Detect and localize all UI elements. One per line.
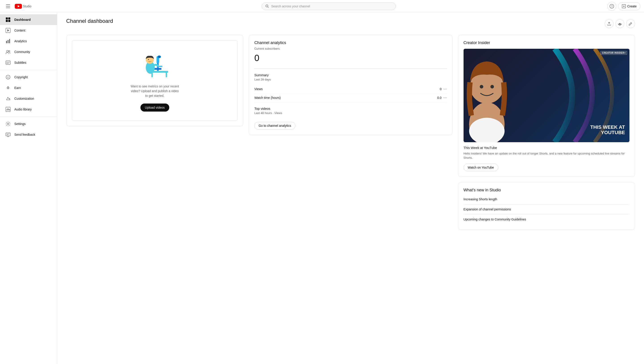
whats-new-item[interactable]: Expansion of channel permissions — [464, 204, 630, 214]
menu-toggle-button[interactable] — [4, 2, 12, 11]
svg-text:©: © — [7, 76, 9, 79]
community-icon — [5, 49, 11, 54]
upload-videos-button[interactable]: Upload videos — [140, 104, 169, 112]
top-videos-section: Top videos Last 48 hours · Views — [254, 107, 447, 115]
watch-on-youtube-button[interactable]: Watch on YouTube — [464, 164, 498, 171]
sidebar-item-subtitles[interactable]: Subtitles — [0, 57, 57, 68]
creator-video-title: This Week at YouTube — [464, 146, 630, 150]
upload-icon-button[interactable] — [605, 19, 614, 28]
sidebar-item-label: Copyright — [14, 75, 28, 79]
sidebar-item-label: Subtitles — [14, 61, 26, 64]
sidebar-divider — [0, 70, 57, 70]
analytics-card-title: Channel analytics — [254, 40, 447, 45]
creator-insider-title: Creator Insider — [464, 40, 630, 45]
subtitles-icon — [5, 60, 11, 65]
page-title: Channel dashboard — [66, 18, 113, 24]
watch-time-label: Watch time (hours) — [254, 96, 281, 100]
send-feedback-icon — [5, 132, 11, 137]
sidebar-item-label: Earn — [14, 86, 21, 90]
creator-badge: CREATOR INSIDER+ — [600, 51, 627, 55]
svg-rect-12 — [8, 20, 10, 22]
sidebar-item-copyright[interactable]: © Copyright — [0, 72, 57, 82]
sidebar-item-label: Analytics — [14, 39, 27, 43]
svg-marker-14 — [8, 29, 9, 32]
upload-illustration — [137, 50, 173, 79]
content-icon — [5, 28, 11, 33]
views-row: Views 0 — — [254, 85, 447, 94]
upload-card: Want to see metrics on your recent video… — [66, 35, 243, 126]
sidebar-item-analytics[interactable]: Analytics — [0, 36, 57, 46]
sidebar-item-settings[interactable]: Settings — [0, 118, 57, 129]
main-content: Channel dashboard — [57, 12, 644, 364]
sidebar-item-audio-library[interactable]: Audio library — [0, 104, 57, 115]
whats-new-item[interactable]: Upcoming changes to Community Guidelines — [464, 214, 630, 224]
app-body: Dashboard Content Analytics — [0, 12, 644, 364]
youtube-logo-icon — [15, 4, 22, 9]
app-header: Studio ? Create — [0, 0, 644, 12]
sidebar-item-label: Audio library — [14, 108, 32, 111]
dashboard-icon — [5, 17, 11, 22]
create-icon — [622, 4, 626, 8]
svg-point-18 — [6, 50, 8, 52]
top-videos-period: Last 48 hours · Views — [254, 111, 447, 115]
edit-icon-button[interactable] — [626, 19, 635, 28]
audio-library-icon — [5, 107, 11, 112]
studio-label: Studio — [23, 4, 31, 8]
youtube-studio-logo[interactable]: Studio — [15, 4, 31, 9]
summary-period: Last 28 days — [254, 78, 447, 81]
analytics-icon — [5, 38, 11, 44]
help-button[interactable]: ? — [607, 2, 616, 11]
whats-new-title: What's new in Studio — [464, 188, 630, 192]
svg-rect-16 — [8, 40, 8, 43]
subscribers-label: Current subscribers — [254, 47, 447, 50]
sidebar-item-label: Community — [14, 50, 30, 54]
svg-rect-20 — [6, 61, 10, 64]
watch-time-dash-icon: — — [444, 96, 447, 100]
search-icon — [266, 4, 269, 8]
create-label: Create — [627, 4, 636, 8]
hamburger-icon — [6, 4, 10, 8]
right-column: Creator Insider — [458, 35, 635, 230]
sidebar-item-customization[interactable]: Customization — [0, 93, 57, 104]
creator-video-desc: Hello Insiders! We have an update on the… — [464, 151, 630, 160]
upload-description: Want to see metrics on your recent video… — [130, 84, 179, 98]
svg-point-49 — [148, 59, 149, 60]
page-header: Channel dashboard — [66, 18, 635, 30]
svg-rect-15 — [6, 41, 7, 43]
thumbnail-title-text: THIS WEEK AT YOUTUBE — [580, 124, 625, 135]
creator-insider-card: Creator Insider — [458, 35, 635, 177]
top-videos-title: Top videos — [254, 107, 447, 110]
sidebar-item-label: Send feedback — [14, 133, 35, 136]
svg-point-54 — [490, 85, 494, 88]
analytics-divider-1 — [254, 68, 447, 69]
subscriber-count: 0 — [254, 53, 447, 63]
svg-rect-40 — [166, 73, 167, 77]
svg-point-31 — [8, 123, 9, 124]
live-icon — [618, 22, 622, 26]
svg-line-3 — [268, 7, 269, 8]
dashboard-grid: Want to see metrics on your recent video… — [66, 35, 635, 230]
search-bar — [262, 2, 396, 10]
svg-rect-32 — [6, 133, 10, 136]
sidebar-item-community[interactable]: Community — [0, 46, 57, 57]
sidebar-divider-2 — [0, 116, 57, 117]
header-left: Studio — [4, 2, 57, 11]
sidebar-item-label: Dashboard — [14, 18, 31, 22]
live-icon-button[interactable] — [616, 19, 624, 28]
create-button[interactable]: Create — [618, 2, 640, 10]
sidebar-item-content[interactable]: Content — [0, 25, 57, 36]
go-to-analytics-button[interactable]: Go to channel analytics — [254, 122, 296, 130]
search-input[interactable] — [271, 4, 392, 8]
header-right: ? Create — [600, 2, 640, 11]
svg-point-45 — [158, 56, 160, 58]
settings-icon — [5, 121, 11, 126]
sidebar-item-earn[interactable]: Earn — [0, 82, 57, 93]
sidebar-item-send-feedback[interactable]: Send feedback — [0, 129, 57, 140]
whats-new-item[interactable]: Increasing Shorts length — [464, 194, 630, 204]
sidebar-item-dashboard[interactable]: Dashboard — [0, 14, 57, 25]
customization-icon — [5, 96, 11, 101]
creator-thumbnail[interactable]: CREATOR INSIDER+ THIS WEEK AT YOUTUBE — [464, 49, 630, 142]
person-silhouette — [465, 54, 509, 142]
watch-time-row: Watch time (hours) 0.0 — — [254, 94, 447, 102]
sidebar-item-label: Customization — [14, 97, 34, 100]
